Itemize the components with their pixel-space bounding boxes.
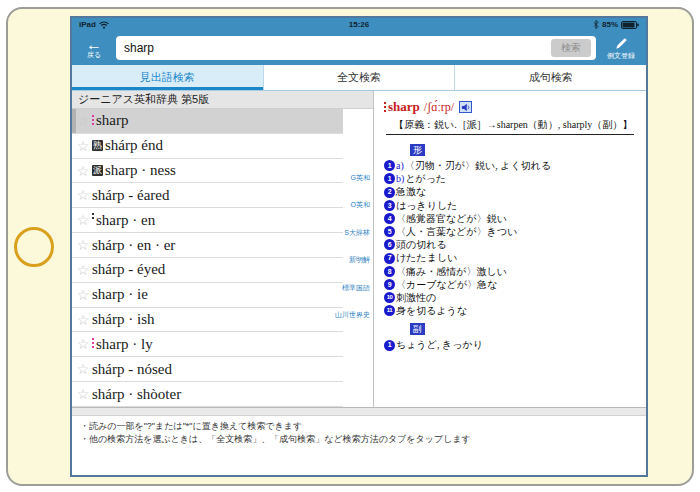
sense-number: 7	[384, 253, 395, 264]
etymology: 【原義：鋭い.［派］→sharpen（動）, sharply（副）】	[394, 118, 636, 132]
frequency-marker	[384, 102, 386, 113]
favorite-star-icon[interactable]: ☆	[74, 336, 92, 352]
search-mode-tabs: 見出語検索全文検索成句検索	[72, 65, 646, 91]
list-item[interactable]: ☆sharp · ie	[72, 283, 343, 308]
favorite-star-icon[interactable]: ☆	[74, 138, 92, 154]
headword: sharp	[388, 99, 420, 115]
status-clock: 15:26	[72, 20, 646, 29]
app-screen: iPad 15:26 85%	[70, 16, 648, 477]
home-button[interactable]	[14, 227, 54, 267]
entry-body: 形1a)〈刃物・刃が〉鋭い, よく切れる1b)とがった2急激な3はっきりした4〈…	[384, 139, 636, 352]
rail-dictionary-4[interactable]: 標準国語	[342, 283, 370, 293]
sense-number: 11	[384, 305, 395, 316]
favorite-star-icon[interactable]: ☆	[74, 113, 92, 129]
rail-dictionary-0[interactable]: G英和	[351, 173, 370, 183]
rail-dictionary-1[interactable]: O英和	[351, 200, 370, 210]
help-line: ・他の検索方法を選ぶときは、「全文検索」、「成句検索」など検索方法のタブをタップ…	[80, 433, 638, 446]
sense-number: 3	[384, 200, 395, 211]
list-item[interactable]: ☆shárp · ish	[72, 308, 343, 333]
list-item[interactable]: ☆shárp · shòoter	[72, 382, 343, 407]
search-input[interactable]	[116, 41, 596, 55]
pos-line: 副	[410, 318, 636, 336]
entry-word: shárp - nósed	[92, 361, 172, 378]
register-example-label: 例文登録	[607, 51, 635, 60]
entry-word: sharp · ie	[92, 286, 148, 303]
sense-number: 9	[384, 279, 395, 290]
favorite-star-icon[interactable]: ☆	[74, 237, 92, 253]
back-button[interactable]: ← 戻る	[80, 38, 108, 59]
sense-text: 〈刃物・刃が〉鋭い, よく切れる	[405, 159, 551, 172]
pos-badge: 形	[410, 144, 425, 156]
tab-1[interactable]: 全文検索	[264, 65, 456, 90]
list-item[interactable]: ☆sharp	[72, 109, 343, 134]
speaker-icon[interactable]	[459, 101, 472, 113]
list-item[interactable]: ☆shárp - éyed	[72, 258, 343, 283]
help-line: ・読みの一部を"?"または"*"に置き換えて検索できます	[80, 420, 638, 433]
list-item[interactable]: ☆shárp - éared	[72, 183, 343, 208]
sense-text: ちょうど, きっかり	[396, 338, 483, 351]
sense-text: 〈痛み・感情が〉激しい	[396, 265, 507, 278]
sense-text: 〈感覚器官などが〉鋭い	[396, 212, 507, 225]
word-list: ☆sharp☆熟shárp énd☆派sharp · ness☆shárp - …	[72, 109, 343, 407]
sense-text: とがった	[405, 172, 446, 185]
list-item[interactable]: ☆派sharp · ness	[72, 159, 343, 184]
list-item[interactable]: ☆shárp · en · er	[72, 233, 343, 258]
frequency-marker	[92, 338, 94, 350]
list-item[interactable]: ☆熟shárp énd	[72, 134, 343, 159]
search-button[interactable]: 検索	[551, 39, 591, 57]
entry-word: shárp - éyed	[92, 261, 165, 278]
favorite-star-icon[interactable]: ☆	[74, 312, 92, 328]
rail-dictionary-5[interactable]: 山川世界史	[335, 310, 370, 320]
tab-0[interactable]: 見出語検索	[72, 65, 264, 90]
register-example-button[interactable]: 例文登録	[604, 37, 638, 60]
entry-word: shárp - éared	[92, 187, 169, 204]
bluetooth-icon	[593, 20, 599, 29]
sense-subletter: a)	[396, 159, 404, 172]
entry-word: shárp énd	[105, 137, 163, 154]
pos-badge: 副	[410, 323, 425, 335]
entry-word: shárp · shòoter	[92, 386, 181, 403]
sense-text: 急激な	[396, 185, 426, 198]
dictionary-title: ジーニアス英和辞典 第5版	[72, 91, 373, 109]
sense-line: 11身を切るような	[384, 304, 636, 317]
favorite-star-icon[interactable]: ☆	[74, 287, 92, 303]
favorite-star-icon[interactable]: ☆	[74, 187, 92, 203]
frequency-marker	[92, 115, 94, 127]
sense-line: 5〈人・言葉などが〉きつい	[384, 225, 636, 238]
favorite-star-icon[interactable]: ☆	[74, 361, 92, 377]
list-item[interactable]: ☆sharp · ly	[72, 332, 343, 357]
entry-type-badge: 派	[92, 165, 103, 176]
sense-text: 〈カーブなどが〉急な	[396, 278, 497, 291]
sense-number: 10	[384, 292, 395, 303]
entry-word: shárp · ish	[92, 311, 155, 328]
back-label: 戻る	[87, 51, 101, 59]
pencil-icon	[615, 37, 628, 50]
status-bar: iPad 15:26 85%	[72, 18, 646, 31]
sense-text: けたたましい	[396, 251, 457, 264]
sense-line: 9〈カーブなどが〉急な	[384, 278, 636, 291]
tab-2[interactable]: 成句検索	[455, 65, 646, 90]
sense-text: 刺激性の	[396, 291, 436, 304]
sense-number: 4	[384, 213, 395, 224]
battery-icon	[621, 21, 639, 29]
list-item[interactable]: ☆sharp · en	[72, 208, 343, 233]
help-text: ・読みの一部を"?"または"*"に置き換えて検索できます・他の検索方法を選ぶとき…	[72, 416, 646, 450]
sense-line: 8〈痛み・感情が〉激しい	[384, 265, 636, 278]
favorite-star-icon[interactable]: ☆	[74, 163, 92, 179]
sense-text: 身を切るような	[396, 304, 467, 317]
back-arrow-icon: ←	[86, 38, 102, 51]
frequency-marker	[92, 213, 94, 219]
sense-number: 5	[384, 226, 395, 237]
rail-dictionary-2[interactable]: S大辞林	[344, 228, 370, 238]
favorite-star-icon[interactable]: ☆	[74, 262, 92, 278]
favorite-star-icon[interactable]: ☆	[74, 386, 92, 402]
entry-type-badge: 熟	[92, 140, 103, 151]
sense-line: 4〈感覚器官などが〉鋭い	[384, 212, 636, 225]
sense-line: 1a)〈刃物・刃が〉鋭い, よく切れる	[384, 159, 636, 172]
sense-line: 1b)とがった	[384, 172, 636, 185]
favorite-star-icon[interactable]: ☆	[74, 212, 92, 228]
sense-text: 頭の切れる	[396, 238, 447, 251]
list-item[interactable]: ☆shárp - nósed	[72, 357, 343, 382]
pos-line: 形	[410, 139, 636, 157]
rail-dictionary-3[interactable]: 新明解	[349, 255, 370, 265]
